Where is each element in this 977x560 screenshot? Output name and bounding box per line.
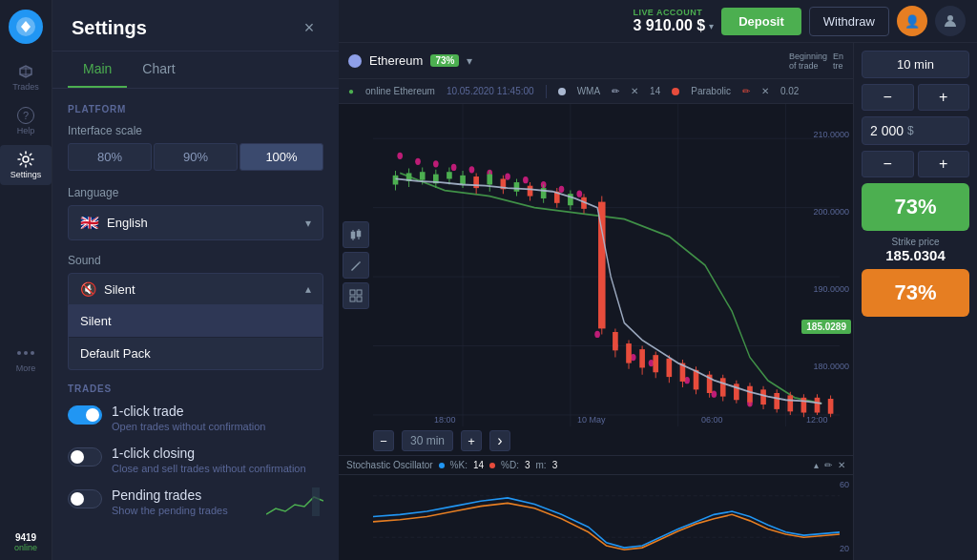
svg-rect-106	[787, 395, 793, 411]
wma-edit-icon[interactable]: ✏	[612, 86, 619, 96]
topbar: LIVE ACCOUNT 3 910.00 $ ▾ Deposit Withdr…	[339, 0, 977, 43]
one-click-closing-toggle[interactable]	[68, 447, 102, 467]
stoch-expand-icon[interactable]: ▴	[814, 460, 819, 470]
settings-tabs: Main Chart	[52, 52, 339, 89]
x-label-1200: 12:00	[806, 415, 828, 425]
sidebar-item-label: Trades	[12, 82, 39, 92]
buy-down-button[interactable]: 73%	[862, 269, 969, 317]
account-balance: 3 910.00 $	[634, 17, 706, 34]
chart-date: 10.05.2020 11:45:00	[447, 86, 534, 96]
chart-area: Ethereum 73% ▾ Beginningof trade Entre ●…	[339, 43, 853, 560]
scale-100[interactable]: 100%	[239, 143, 323, 171]
tool-candles[interactable]	[343, 221, 369, 248]
one-click-trade-sublabel: Open trades without confirmation	[112, 421, 265, 432]
scale-80[interactable]: 80%	[68, 143, 152, 171]
eth-icon	[348, 54, 362, 68]
amount-minus-button[interactable]: −	[862, 151, 914, 177]
tool-grid[interactable]	[343, 282, 369, 309]
wma-value: 14	[650, 86, 660, 96]
amount-plus-button[interactable]: +	[918, 151, 970, 177]
svg-rect-18	[350, 297, 355, 301]
one-click-closing-label: 1-click closing	[112, 446, 306, 461]
zoom-in-button[interactable]: +	[461, 430, 482, 451]
more-icon	[17, 344, 34, 362]
chart-symbol: Ethereum	[369, 53, 423, 68]
svg-rect-102	[760, 389, 766, 404]
svg-point-33	[469, 166, 475, 173]
balance-caret-icon: ▾	[709, 21, 714, 31]
wma-dot	[558, 88, 566, 95]
svg-rect-88	[667, 359, 673, 377]
tool-draw[interactable]	[343, 252, 369, 279]
time-minus-button[interactable]: −	[862, 84, 914, 111]
online-section: 9419 online	[14, 532, 37, 560]
sound-label: Sound	[68, 254, 323, 267]
sound-option-default[interactable]: Default Pack	[69, 338, 322, 369]
one-click-trade-toggle[interactable]	[68, 405, 102, 425]
withdraw-button[interactable]: Withdraw	[809, 7, 889, 36]
scale-group: 80% 90% 100%	[68, 143, 323, 171]
time-plus-button[interactable]: +	[918, 84, 970, 111]
svg-rect-58	[460, 176, 466, 185]
symbol-text: Ethereum	[369, 53, 423, 68]
avatar: 👤	[897, 6, 927, 36]
svg-point-9	[947, 15, 953, 21]
language-dropdown[interactable]: 🇬🇧 English ▾	[68, 205, 323, 240]
stochastic-panel: Stochastic Oscillator %K: 14 %D: 3 m: 3 …	[339, 455, 853, 560]
tab-chart[interactable]: Chart	[127, 52, 190, 88]
svg-rect-110	[815, 398, 821, 413]
deposit-button[interactable]: Deposit	[721, 8, 801, 35]
svg-point-6	[24, 351, 28, 355]
language-label: Language	[68, 186, 323, 199]
pending-trades-row: Pending trades Show the pending trades	[68, 487, 323, 516]
svg-rect-16	[350, 290, 355, 295]
stochastic-label: Stochastic Oscillator	[346, 460, 433, 470]
stoch-level-60: 60	[840, 480, 849, 489]
sidebar-item-help[interactable]: ? Help	[0, 101, 52, 141]
amount-value: 2 000	[870, 123, 904, 138]
interface-scale-label: Interface scale	[68, 124, 323, 137]
strike-price: 185.0304	[862, 247, 969, 263]
stoch-close-icon[interactable]: ✕	[838, 460, 845, 470]
timeframe-next-button[interactable]: ›	[489, 430, 510, 451]
tab-main[interactable]: Main	[68, 52, 127, 88]
svg-rect-112	[828, 399, 834, 414]
svg-point-40	[594, 331, 600, 338]
chart-labels-right: Beginningof trade Entre	[789, 52, 843, 71]
parabolic-edit-icon[interactable]: ✏	[742, 86, 750, 96]
symbol-dropdown-icon[interactable]: ▾	[467, 54, 472, 68]
sidebar-item-settings[interactable]: Settings	[0, 145, 52, 185]
zoom-out-button[interactable]: −	[373, 430, 394, 451]
buy-up-button[interactable]: 73%	[862, 183, 969, 231]
sound-option-silent[interactable]: Silent	[69, 305, 322, 338]
user-icon[interactable]	[935, 6, 966, 36]
svg-rect-96	[720, 378, 726, 396]
stoch-edit-icon[interactable]: ✏	[824, 460, 832, 470]
divider	[546, 85, 547, 98]
app-logo[interactable]	[9, 10, 43, 44]
language-flag: 🇬🇧	[80, 214, 99, 232]
online-dot: ●	[348, 86, 354, 96]
sound-dropdown[interactable]: 🔇 Silent ▴	[68, 273, 323, 305]
close-button[interactable]: ×	[299, 18, 320, 39]
scale-90[interactable]: 90%	[154, 143, 238, 171]
live-badge: LIVE ACCOUNT	[634, 8, 715, 17]
svg-point-32	[451, 164, 457, 171]
svg-rect-10	[351, 232, 355, 239]
en-label: Entre	[833, 52, 843, 71]
settings-panel: Settings × Main Chart PLATFORM Interface…	[52, 0, 339, 560]
main-chart-container: 210.0000 200.0000 190.0000 180.0000 185.…	[339, 104, 853, 426]
one-click-trade-toggle-wrap	[68, 404, 102, 425]
svg-rect-82	[626, 343, 632, 363]
settings-content: PLATFORM Interface scale 80% 90% 100% La…	[52, 89, 339, 541]
wma-close-icon[interactable]: ✕	[631, 86, 638, 96]
amount-display: 2 000 $	[862, 116, 969, 145]
svg-rect-11	[357, 231, 361, 237]
pending-trades-toggle[interactable]	[68, 489, 102, 508]
x-label-1800: 18:00	[434, 415, 456, 425]
parabolic-close-icon[interactable]: ✕	[761, 86, 769, 96]
sidebar-item-trades[interactable]: Trades	[0, 57, 52, 97]
time-controls: − +	[862, 84, 969, 111]
sidebar-item-more[interactable]: More	[0, 339, 52, 379]
indicator-row: ● online Ethereum 10.05.2020 11:45:00 WM…	[339, 79, 853, 104]
